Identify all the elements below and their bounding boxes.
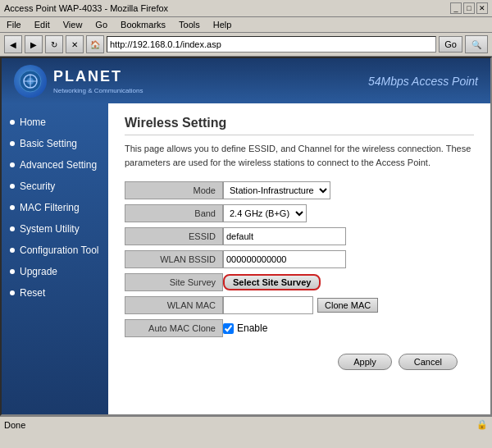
select-site-survey-button[interactable]: Select Site Survey [223,274,321,290]
bullet-icon [10,205,15,210]
sidebar-item-upgrade[interactable]: Upgrade [2,261,108,282]
sidebar-label-reset: Reset [20,287,45,299]
wireless-form: Mode Station-Infrastructure AP AP-Bridge… [125,181,474,337]
page-frame: PLANET Networking & Communications 54Mbp… [0,57,492,416]
band-control: 2.4 GHz (B+G) 2.4 GHz (B) 2.4 GHz (G) [223,204,307,222]
logo-subtext: Networking & Communications [53,87,143,94]
auto-mac-clone-row: Auto MAC Clone Enable [125,319,474,337]
main-content: Wireless Setting This page allows you to… [108,103,490,414]
go-button[interactable]: Go [439,36,462,53]
logo-name: PLANET [53,68,143,85]
menu-tools[interactable]: Tools [176,19,203,30]
essid-control [223,227,346,245]
menu-go[interactable]: Go [93,19,110,30]
sidebar-item-basic-setting[interactable]: Basic Setting [2,133,108,154]
sidebar-item-system-utility[interactable]: System Utility [2,218,108,240]
menu-help[interactable]: Help [211,19,235,30]
browser-toolbar: ◀ ▶ ↻ ✕ 🏠 Go 🔍 [0,33,492,57]
close-button[interactable]: ✕ [476,2,488,14]
menu-file[interactable]: File [4,19,24,30]
page-description: This page allows you to define ESSID, an… [125,142,474,169]
sidebar-label-upgrade: Upgrade [20,266,57,277]
essid-label: ESSID [125,227,223,245]
page-body: Home Basic Setting Advanced Setting Secu… [2,103,490,414]
logo-area: PLANET Networking & Communications [14,65,143,98]
site-survey-row: Site Survey Select Site Survey [125,273,474,291]
maximize-button[interactable]: □ [463,2,475,14]
menu-edit[interactable]: Edit [32,19,52,30]
sidebar-item-advanced-setting[interactable]: Advanced Setting [2,154,108,176]
site-survey-label: Site Survey [125,273,223,291]
wlan-mac-input[interactable] [223,296,313,314]
search-icon[interactable]: 🔍 [465,35,488,53]
band-row: Band 2.4 GHz (B+G) 2.4 GHz (B) 2.4 GHz (… [125,204,474,222]
enable-checkbox[interactable] [223,323,234,334]
status-bar: Done 🔒 [0,416,492,432]
essid-row: ESSID [125,227,474,245]
sidebar: Home Basic Setting Advanced Setting Secu… [2,103,108,414]
sidebar-item-configuration-tool[interactable]: Configuration Tool [2,240,108,261]
cancel-button[interactable]: Cancel [399,354,458,370]
menu-bookmarks[interactable]: Bookmarks [118,19,168,30]
bullet-icon [10,184,15,189]
address-bar: Go 🔍 [107,35,488,53]
sidebar-label-system-utility: System Utility [20,223,80,235]
back-button[interactable]: ◀ [4,35,22,53]
menu-bar: File Edit View Go Bookmarks Tools Help [0,17,492,33]
sidebar-label-home: Home [20,117,46,128]
clone-mac-button[interactable]: Clone MAC [317,298,378,313]
reload-button[interactable]: ↻ [45,35,63,53]
wlan-bssid-input[interactable] [223,250,346,268]
wlan-bssid-label: WLAN BSSID [125,250,223,268]
site-survey-control: Select Site Survey [223,274,321,290]
window-controls: _ □ ✕ [450,2,488,14]
bullet-icon [10,141,15,146]
page-title: Wireless Setting [125,116,474,135]
essid-input[interactable] [223,227,346,245]
browser-titlebar: Access Point WAP-4033 - Mozilla Firefox … [0,0,492,17]
wlan-bssid-row: WLAN BSSID [125,250,474,268]
wlan-mac-label: WLAN MAC [125,296,223,314]
bullet-icon [10,269,15,274]
sidebar-item-reset[interactable]: Reset [2,282,108,304]
forward-button[interactable]: ▶ [25,35,43,53]
bullet-icon [10,290,15,295]
sidebar-label-basic-setting: Basic Setting [20,138,77,149]
page-header: PLANET Networking & Communications 54Mbp… [2,58,490,103]
wlan-mac-row: WLAN MAC Clone MAC [125,296,474,314]
wlan-bssid-control [223,250,346,268]
sidebar-label-mac-filtering: MAC Filtering [20,202,80,213]
status-text: Done [4,420,25,430]
bullet-icon [10,162,15,167]
band-label: Band [125,204,223,222]
mode-control: Station-Infrastructure AP AP-Bridge Wire… [223,181,330,199]
minimize-button[interactable]: _ [450,2,462,14]
security-icon: 🔒 [476,419,488,430]
sidebar-label-advanced-setting: Advanced Setting [20,159,97,171]
band-select[interactable]: 2.4 GHz (B+G) 2.4 GHz (B) 2.4 GHz (G) [223,204,307,222]
mode-select[interactable]: Station-Infrastructure AP AP-Bridge Wire… [223,181,330,199]
auto-mac-clone-control: Enable [223,322,267,334]
address-input[interactable] [107,36,436,53]
bullet-icon [10,226,15,231]
logo-icon [14,65,47,98]
enable-label: Enable [237,322,267,334]
action-buttons: Apply Cancel [125,354,474,370]
sidebar-item-security[interactable]: Security [2,176,108,197]
sidebar-item-home[interactable]: Home [2,112,108,133]
stop-button[interactable]: ✕ [66,35,84,53]
browser-title: Access Point WAP-4033 - Mozilla Firefox [4,3,168,13]
header-tagline: 54Mbps Access Point [368,75,478,88]
bullet-icon [10,248,15,253]
logo-text-area: PLANET Networking & Communications [53,68,143,94]
sidebar-label-configuration-tool: Configuration Tool [20,245,99,256]
mode-label: Mode [125,181,223,199]
menu-view[interactable]: View [61,19,85,30]
home-nav-button[interactable]: 🏠 [86,35,104,53]
mode-row: Mode Station-Infrastructure AP AP-Bridge… [125,181,474,199]
sidebar-item-mac-filtering[interactable]: MAC Filtering [2,197,108,218]
sidebar-label-security: Security [20,181,55,192]
auto-mac-clone-label: Auto MAC Clone [125,319,223,337]
apply-button[interactable]: Apply [338,354,392,370]
wlan-mac-control: Clone MAC [223,296,378,314]
